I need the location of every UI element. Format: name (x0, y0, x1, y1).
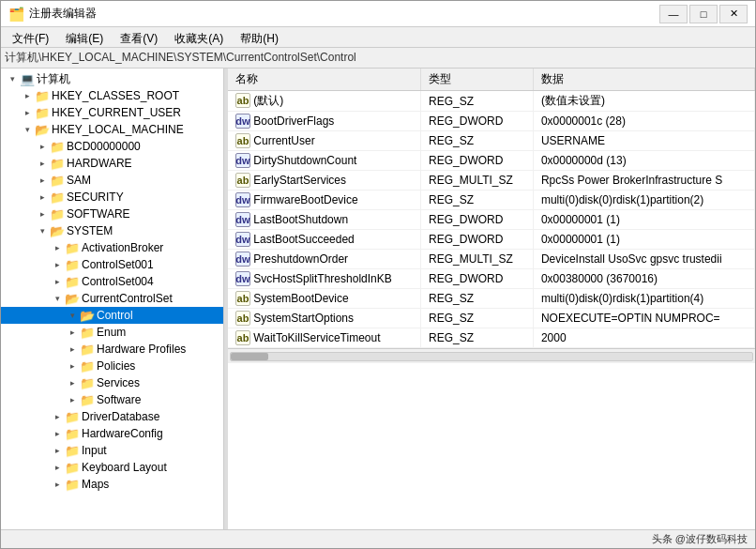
tree-item-software[interactable]: ▸📁SOFTWARE (1, 206, 223, 222)
tree-item-sw[interactable]: ▸📁Software (1, 391, 223, 408)
table-row[interactable]: dw FirmwareBootDeviceREG_SZmulti(0)disk(… (228, 191, 755, 210)
table-row[interactable]: dw PreshutdownOrderREG_MULTI_SZDeviceIns… (228, 250, 755, 269)
cell-data: 0x00000001 (1) (533, 210, 754, 230)
table-row[interactable]: dw BootDriverFlagsREG_DWORD0x0000001c (2… (228, 112, 755, 131)
table-row[interactable]: ab SystemBootDeviceREG_SZmulti(0)disk(0)… (228, 289, 755, 309)
tree-item-hkcr[interactable]: ▸📁HKEY_CLASSES_ROOT (1, 87, 223, 104)
cell-type: REG_SZ (421, 328, 534, 348)
tree-item-sam[interactable]: ▸📁SAM (1, 172, 223, 189)
tree-label: Enum (95, 326, 126, 339)
cell-type: REG_SZ (421, 191, 534, 210)
expand-icon: ▸ (65, 342, 80, 357)
cell-data: (数值未设置) (533, 91, 754, 112)
table-row[interactable]: dw SvcHostSplitThresholdInKBREG_DWORD0x0… (228, 269, 755, 289)
cell-name: ab (默认) (228, 91, 421, 112)
folder-icon: 📁 (65, 274, 80, 289)
tree-pane[interactable]: ▾💻计算机▸📁HKEY_CLASSES_ROOT▸📁HKEY_CURRENT_U… (1, 69, 224, 529)
cell-data: RpcSs Power BrokerInfrastructure S (533, 171, 754, 191)
tree-item-ccs[interactable]: ▾📂CurrentControlSet (1, 290, 223, 307)
tree-item-input[interactable]: ▸📁Input (1, 442, 223, 459)
tree-item-actbroker[interactable]: ▸📁ActivationBroker (1, 239, 223, 256)
expand-icon: ▸ (65, 325, 80, 340)
tree-item-enum[interactable]: ▸📁Enum (1, 324, 223, 341)
table-row[interactable]: ab CurrentUserREG_SZUSERNAME (228, 131, 755, 151)
cell-type: REG_MULTI_SZ (421, 250, 534, 269)
tree-label: 计算机 (35, 71, 70, 87)
cell-name: dw LastBootSucceeded (228, 230, 421, 250)
reg-type-icon: ab (235, 93, 250, 108)
folder-icon: 📁 (80, 375, 95, 390)
title-bar-controls: — □ ✕ (659, 5, 748, 23)
cell-data: 2000 (533, 328, 754, 348)
minimize-button[interactable]: — (659, 5, 688, 23)
expand-icon: ▾ (50, 291, 65, 306)
tree-item-services[interactable]: ▸📁Services (1, 374, 223, 391)
cell-type: REG_DWORD (421, 112, 534, 131)
cell-data: NOEXECUTE=OPTIN NUMPROC= (533, 309, 754, 328)
address-bar: 计算机\HKEY_LOCAL_MACHINE\SYSTEM\CurrentCon… (1, 48, 755, 69)
horizontal-scrollbar[interactable] (228, 348, 755, 363)
folder-icon: 📁 (65, 409, 80, 424)
folder-icon: 📁 (50, 206, 65, 221)
address-label: 计算机\HKEY_LOCAL_MACHINE\SYSTEM\CurrentCon… (5, 50, 356, 66)
expand-icon: ▸ (35, 139, 50, 154)
tree-label: Software (95, 393, 141, 406)
table-row[interactable]: dw LastBootSucceededREG_DWORD0x00000001 … (228, 230, 755, 250)
detail-pane[interactable]: 名称 类型 数据 ab (默认)REG_SZ(数值未设置)dw BootDriv… (228, 69, 755, 529)
cell-type: REG_MULTI_SZ (421, 171, 534, 191)
tree-item-hwprofiles[interactable]: ▸📁Hardware Profiles (1, 341, 223, 358)
tree-item-maps[interactable]: ▸📁Maps (1, 476, 223, 493)
watermark: 头条 @波仔数码科技 (652, 532, 748, 546)
tree-item-hardware[interactable]: ▸📁HARDWARE (1, 155, 223, 172)
folder-icon: 📁 (65, 443, 80, 458)
tree-item-bcd[interactable]: ▸📁BCD00000000 (1, 138, 223, 155)
expand-icon: ▾ (65, 308, 80, 323)
tree-item-control[interactable]: ▾📂Control (1, 307, 223, 324)
tree-item-computer[interactable]: ▾💻计算机 (1, 70, 223, 87)
menu-item[interactable]: 收藏夹(A) (167, 29, 231, 45)
tree-item-kblayout[interactable]: ▸📁Keyboard Layout (1, 459, 223, 476)
app-icon: 🗂️ (8, 7, 23, 22)
tree-label: BCD00000000 (65, 140, 141, 153)
cell-type: REG_DWORD (421, 230, 534, 250)
folder-icon: 📁 (65, 426, 80, 441)
tree-item-cs001[interactable]: ▸📁ControlSet001 (1, 256, 223, 273)
tree-item-hklm[interactable]: ▾📂HKEY_LOCAL_MACHINE (1, 121, 223, 138)
cell-data: 0x0000001c (28) (533, 112, 754, 131)
table-row[interactable]: ab EarlyStartServicesREG_MULTI_SZRpcSs P… (228, 171, 755, 191)
reg-type-icon: dw (235, 232, 250, 247)
tree-item-system[interactable]: ▾📂SYSTEM (1, 222, 223, 239)
tree-item-policies[interactable]: ▸📁Policies (1, 358, 223, 374)
folder-icon: 📁 (65, 477, 80, 492)
cell-data: multi(0)disk(0)rdisk(1)partition(4) (533, 289, 754, 309)
folder-icon: 📂 (80, 308, 95, 323)
reg-type-icon: dw (235, 192, 250, 207)
menu-item[interactable]: 帮助(H) (233, 29, 286, 45)
tree-label: SOFTWARE (65, 207, 130, 221)
table-row[interactable]: ab (默认)REG_SZ(数值未设置) (228, 91, 755, 112)
close-button[interactable]: ✕ (719, 5, 748, 23)
table-row[interactable]: dw DirtyShutdownCountREG_DWORD0x0000000d… (228, 151, 755, 171)
cell-data: DeviceInstall UsoSvc gpsvc trustedii (533, 250, 754, 269)
expand-icon: ▸ (35, 190, 50, 205)
tree-item-driverdb[interactable]: ▸📁DriverDatabase (1, 408, 223, 425)
menu-item[interactable]: 查看(V) (113, 29, 165, 45)
table-row[interactable]: ab SystemStartOptionsREG_SZNOEXECUTE=OPT… (228, 309, 755, 328)
menu-item[interactable]: 文件(F) (5, 29, 56, 45)
tree-item-security[interactable]: ▸📁SECURITY (1, 189, 223, 206)
menu-item[interactable]: 编辑(E) (58, 29, 111, 45)
table-row[interactable]: dw LastBootShutdownREG_DWORD0x00000001 (… (228, 210, 755, 230)
expand-icon: ▸ (50, 257, 65, 272)
maximize-button[interactable]: □ (689, 5, 718, 23)
cell-type: REG_SZ (421, 91, 534, 112)
expand-icon: ▸ (50, 460, 65, 475)
reg-type-icon: dw (235, 252, 250, 267)
folder-icon: 📁 (80, 325, 95, 340)
table-row[interactable]: ab WaitToKillServiceTimeoutREG_SZ2000 (228, 328, 755, 348)
menu-bar: 文件(F)编辑(E)查看(V)收藏夹(A)帮助(H) (1, 27, 755, 48)
tree-item-hwconfig[interactable]: ▸📁HardwareConfig (1, 425, 223, 442)
folder-icon: 📁 (50, 173, 65, 188)
tree-item-hkcu[interactable]: ▸📁HKEY_CURRENT_USER (1, 104, 223, 121)
tree-label: SYSTEM (65, 224, 113, 237)
tree-item-cs004[interactable]: ▸📁ControlSet004 (1, 273, 223, 290)
